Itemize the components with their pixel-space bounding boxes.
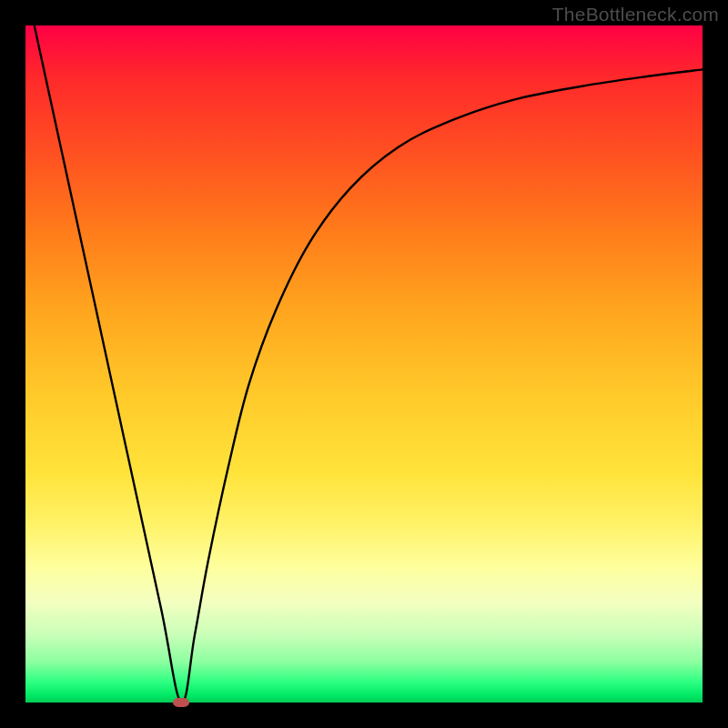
watermark-label: TheBottleneck.com [552, 4, 719, 25]
chart-frame: TheBottleneck.com [0, 0, 728, 728]
bottleneck-curve [25, 25, 703, 703]
plot-area [25, 25, 703, 703]
optimal-point-marker [173, 698, 189, 707]
